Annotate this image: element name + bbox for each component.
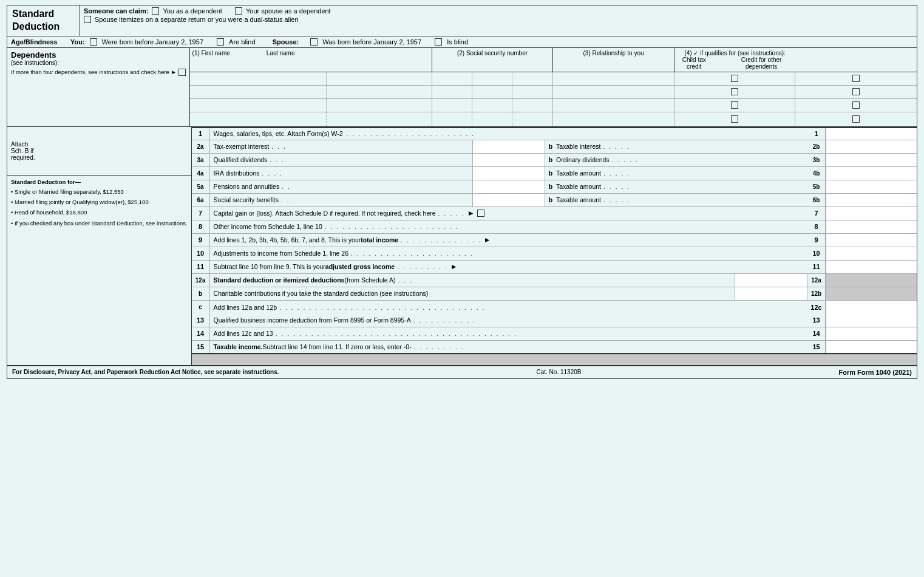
dep-ssn-2[interactable] xyxy=(432,86,554,98)
income-row-1: 1 Wages, salaries, tips, etc. Attach For… xyxy=(192,127,917,140)
income-row-15: 15 Taxable income. Subtract line 14 from… xyxy=(192,341,917,354)
income-row-2: 2a Tax-exempt interest . . . b Taxable i… xyxy=(192,140,917,154)
row-input-13[interactable] xyxy=(826,314,917,327)
attach-label: Attach Sch. B if required. xyxy=(7,127,191,176)
you-dependent-checkbox[interactable] xyxy=(152,7,159,15)
dep-lastname-1[interactable] xyxy=(327,72,432,85)
dep-firstname-3[interactable] xyxy=(190,99,327,112)
row-num-3a: 3a xyxy=(192,154,210,166)
someone-can-claim-row: Someone can claim: You as a dependent Yo… xyxy=(84,7,913,15)
spouse-is-blind-checkbox[interactable] xyxy=(435,38,442,46)
row-ref-4b: 4b xyxy=(807,167,826,180)
row-label-3b: b Ordinary dividends . . . . . xyxy=(545,154,807,166)
are-blind-checkbox[interactable] xyxy=(217,38,224,46)
income-row-5: 5a Pensions and annuities . . b Taxable … xyxy=(192,180,917,194)
row-input-2b[interactable] xyxy=(826,140,917,153)
row-input-10[interactable] xyxy=(826,247,917,260)
row-num-12c: c xyxy=(192,301,210,314)
income-row-12a: 12a Standard deduction or itemized deduc… xyxy=(192,274,917,287)
dep-relationship-4[interactable] xyxy=(553,112,674,126)
row-input-3b[interactable] xyxy=(826,154,917,166)
row-input-12c[interactable] xyxy=(826,301,917,314)
spouse-born-before-1957-checkbox[interactable] xyxy=(310,38,318,46)
dep-lastname-4[interactable] xyxy=(327,112,432,126)
row-label-2a: Tax-exempt interest . . . xyxy=(210,140,472,153)
row-input-15[interactable] xyxy=(826,341,917,353)
row-num-10: 10 xyxy=(192,247,210,260)
row-num-1: 1 xyxy=(192,128,210,140)
dep-other-credit-2 xyxy=(795,86,917,98)
row-ref-5b: 5b xyxy=(807,180,826,193)
income-row-11: 11 Subtract line 10 from line 9. This is… xyxy=(192,261,917,274)
row-label-1: Wages, salaries, tips, etc. Attach Form(… xyxy=(210,128,807,140)
age-blindness-section: Age/Blindness You: Were born before Janu… xyxy=(7,36,917,48)
income-row-10: 10 Adjustments to income from Schedule 1… xyxy=(192,247,917,261)
row-input-5b[interactable] xyxy=(826,180,917,193)
row-ref-12b: 12b xyxy=(807,287,826,300)
dep-lastname-2[interactable] xyxy=(327,86,432,98)
row-ref-6b: 6b xyxy=(807,194,826,207)
row-label-15: Taxable income. Subtract line 14 from li… xyxy=(210,341,807,353)
row-label-5b: b Taxable amount . . . . . xyxy=(545,180,807,193)
row-label-7: Capital gain or (loss). Attach Schedule … xyxy=(210,207,807,220)
row-label-4a: IRA distributions . . . . xyxy=(210,167,472,180)
row-12-group: 12a Standard deduction or itemized deduc… xyxy=(192,274,917,314)
dep-col-child-credit: (4) ✓ if qualifies for (see instructions… xyxy=(674,48,796,72)
dep-child-tax-checkbox-2[interactable] xyxy=(731,88,738,95)
row-input-8[interactable] xyxy=(826,220,917,233)
dep-other-dep-checkbox-4[interactable] xyxy=(852,115,860,123)
dep-relationship-1[interactable] xyxy=(553,72,674,85)
row-input-4a[interactable] xyxy=(472,167,545,180)
row-input-2a[interactable] xyxy=(472,140,545,153)
dep-relationship-2[interactable] xyxy=(553,86,674,98)
row-ref-12c: 12c xyxy=(807,301,826,314)
row-label-8: Other income from Schedule 1, line 10 . … xyxy=(210,220,807,233)
row-input-7[interactable] xyxy=(826,207,917,220)
dep-relationship-3[interactable] xyxy=(553,99,674,112)
row-input-6a[interactable] xyxy=(472,194,545,207)
dep-lastname-3[interactable] xyxy=(327,99,432,112)
row-input-9[interactable] xyxy=(826,234,917,247)
row-num-5a: 5a xyxy=(192,180,210,193)
row-input-14[interactable] xyxy=(826,327,917,340)
dep-ssn-4[interactable] xyxy=(432,112,554,126)
dep-other-dep-checkbox-3[interactable] xyxy=(852,101,860,109)
dep-ssn-1[interactable] xyxy=(432,72,554,85)
row-input-3a[interactable] xyxy=(472,154,545,166)
dep-child-tax-checkbox-1[interactable] xyxy=(731,75,738,82)
row-ref-1: 1 xyxy=(807,128,826,140)
income-section: Attach Sch. B if required. Standard Dedu… xyxy=(7,127,917,365)
row-input-1[interactable] xyxy=(826,128,917,140)
row-input-12b[interactable] xyxy=(735,287,807,300)
row-label-12a: Standard deduction or itemized deduction… xyxy=(210,274,735,287)
row-input-5a[interactable] xyxy=(472,180,545,193)
row-num-11: 11 xyxy=(192,261,210,273)
row-input-12a-right xyxy=(826,274,917,287)
row-input-4b[interactable] xyxy=(826,167,917,180)
spouse-dependent-checkbox[interactable] xyxy=(235,7,242,15)
dep-other-dep-checkbox-1[interactable] xyxy=(852,75,860,82)
income-row-14: 14 Add lines 12c and 13 . . . . . . . . … xyxy=(192,327,917,341)
row-input-11[interactable] xyxy=(826,261,917,273)
dep-child-tax-checkbox-4[interactable] xyxy=(731,115,738,123)
row-ref-7: 7 xyxy=(807,207,826,220)
row-num-9: 9 xyxy=(192,234,210,247)
dep-firstname-2[interactable] xyxy=(190,86,327,98)
dep-other-dep-checkbox-2[interactable] xyxy=(852,88,860,95)
dependents-header: (1) First name Last name (2) Social secu… xyxy=(190,48,917,72)
row-input-12a[interactable] xyxy=(735,274,807,287)
row-ref-12a: 12a xyxy=(807,274,826,287)
more-than-four-checkbox[interactable] xyxy=(178,69,186,76)
dep-firstname-1[interactable] xyxy=(190,72,327,85)
left-sidebar: Attach Sch. B if required. Standard Dedu… xyxy=(7,127,192,365)
schedule-d-checkbox[interactable] xyxy=(477,210,484,217)
dep-child-tax-checkbox-3[interactable] xyxy=(731,101,738,109)
spouse-itemizes-checkbox[interactable] xyxy=(84,16,91,23)
row-num-12b: b xyxy=(192,287,210,300)
born-before-1957-checkbox[interactable] xyxy=(90,38,97,46)
dep-other-credit-1 xyxy=(795,72,917,85)
dep-ssn-3[interactable] xyxy=(432,99,554,112)
dep-firstname-4[interactable] xyxy=(190,112,327,126)
row-input-6b[interactable] xyxy=(826,194,917,207)
row-num-2a: 2a xyxy=(192,140,210,153)
